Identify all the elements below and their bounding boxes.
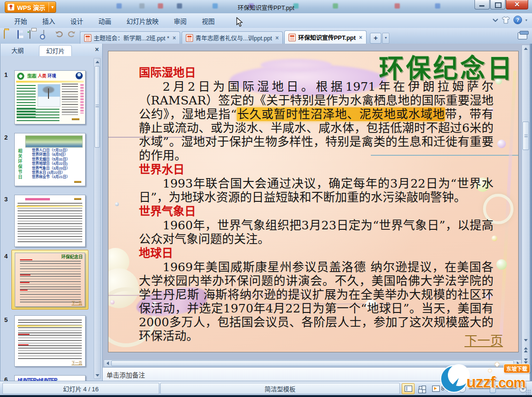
thumb-2-link [74, 181, 81, 183]
document-tab-strip: 主题班会：新学期...2班.ppt * × 青年志愿者礼仪与...训ppt.pp… [80, 30, 389, 44]
thumb-1-bottom-links [17, 109, 59, 122]
document-tab-1[interactable]: 主题班会：新学期...2班.ppt * × [80, 31, 180, 44]
document-tab-3-active[interactable]: 环保知识宣传PPT.ppt × [284, 30, 367, 44]
tab-outline[interactable]: 大纲 [5, 45, 30, 56]
thumb-3-link [74, 198, 81, 200]
thumb-2[interactable]: 相关环保节日 世界人口日（7月11日） 世界环境日（6月5日） 世界无烟日（5月… [14, 133, 86, 186]
thumb-1-vertical-pink-text [80, 84, 84, 113]
watermark-badge: 东坡下载 [503, 364, 530, 373]
slide-decoration [496, 259, 507, 270]
notes-placeholder[interactable]: 单击添加备注 [106, 370, 145, 379]
slide-panel: 大纲 幻灯片 × 1 生态 人类 环境 [0, 44, 103, 381]
thumb-3-band [17, 206, 83, 207]
thumb-3[interactable] [14, 195, 86, 247]
thumb-2-date: 世界气象日（3月23日） [32, 166, 70, 170]
thumb-5[interactable]: 下一页 [14, 315, 86, 367]
wps-app-label: WPS 演示 [17, 3, 45, 12]
panel-close-icon[interactable]: × [95, 46, 99, 53]
menu-item-insert[interactable]: 插入 [35, 14, 63, 28]
template-name: 简洁型模板 [160, 383, 400, 394]
maximize-button[interactable] [490, 0, 505, 9]
thumbnail-scrollbar-thumb[interactable] [95, 66, 100, 148]
ppt-file-icon [289, 34, 296, 41]
sparkle-icon [488, 369, 492, 372]
scroll-down-icon[interactable] [522, 337, 530, 344]
thumb-6[interactable]: HUNTER×HUNTER [14, 375, 86, 381]
vertical-scrollbar[interactable] [522, 45, 530, 376]
tab-slides[interactable]: 幻灯片 [39, 45, 72, 57]
menu-item-view[interactable]: 视图 [194, 14, 222, 28]
slide-heading-earth-day: 地球日 [139, 246, 493, 260]
document-tab-3-close-icon[interactable]: × [359, 34, 362, 41]
slide-paragraph: 1993年联合国大会通过决议，确定每年的3月22日为“世界水日”，为地球水资源的… [139, 177, 493, 204]
thumb-4-number: 4 [4, 253, 8, 260]
slideshow-icon [432, 386, 440, 392]
document-tab-3-label: 环保知识宣传PPT.ppt [298, 33, 356, 42]
wps-presentation-window: WPS 演示 ▾ 环保知识宣传PPT.ppt ✕ 开始 插入 设计 动画 幻灯片… [0, 0, 532, 397]
thumb-4-red-heading [20, 274, 30, 275]
menu-item-home[interactable]: 开始 [7, 14, 35, 28]
next-page-link[interactable]: 下一页 [464, 331, 503, 349]
wps-app-dropdown-icon[interactable]: ▾ [48, 2, 54, 12]
undo-button[interactable] [55, 31, 63, 38]
new-tab-dropdown-icon[interactable]: ▾ [382, 33, 389, 44]
thumb-2-date: 世界林业节（3月21日） [32, 175, 70, 179]
menu-item-review[interactable]: 审阅 [166, 14, 194, 28]
thumb-1-number: 1 [4, 71, 8, 78]
thumb-1[interactable]: 生态 人类 环境 [14, 70, 86, 124]
panel-tab-bar: 大纲 幻灯片 × [0, 44, 102, 57]
thumb-2-date: 世界地球日（4月22日) [32, 161, 70, 166]
open-button[interactable] [4, 30, 12, 39]
thumbnail-list: 1 生态 人类 环境 2 [0, 56, 102, 381]
normal-view-button[interactable] [402, 383, 415, 394]
thumb-4-next-link: 下一页 [72, 300, 83, 305]
uzzf-swoosh-icon [440, 364, 470, 394]
minimize-button[interactable] [474, 0, 490, 9]
ppt-file-icon [186, 34, 193, 42]
collapse-ribbon-icon[interactable] [493, 18, 498, 22]
scroll-left-icon[interactable] [104, 360, 111, 367]
wps-app-button[interactable]: WPS 演示 ▾ [5, 1, 56, 13]
thumb-3-number: 3 [4, 196, 8, 203]
menu-item-slideshow[interactable]: 幻灯片放映 [119, 14, 166, 28]
thumbnail-scroll-down-icon[interactable] [94, 372, 100, 378]
thumb-6-number: 6 [4, 376, 8, 381]
skin-theme-icon[interactable] [502, 16, 510, 24]
thumbnail-scroll-up-icon[interactable] [94, 58, 100, 65]
editing-area: 环保纪念日 国际湿地日 2月2日为国际湿地日。根据1971年在伊朗拉姆萨尔（RA… [103, 44, 530, 381]
slide-sorter-view-button[interactable] [416, 383, 428, 394]
eco-logo-icon [17, 73, 24, 80]
vertical-scrollbar-thumb[interactable] [522, 122, 529, 150]
print-preview-icon [43, 30, 44, 39]
document-tab-2[interactable]: 青年志愿者礼仪与...训ppt.ppt × [182, 31, 283, 44]
thumb-1-right-text [62, 84, 78, 117]
scroll-up-icon[interactable] [522, 45, 530, 52]
document-tab-1-close-icon[interactable]: × [173, 35, 176, 41]
slide-paragraph: 1960年，世界气象组织把3月23日定为“世界气象日”，以提高公众对气象问题的关… [139, 218, 493, 246]
close-button[interactable]: ✕ [506, 0, 528, 9]
print-preview-button[interactable] [42, 30, 51, 39]
previous-slide-button[interactable] [522, 346, 530, 353]
thumb-2-date: 世界无烟日（5月31日） [32, 157, 70, 161]
document-tab-2-close-icon[interactable]: × [275, 35, 279, 41]
close-icon: ✕ [506, 0, 528, 8]
thumb-5-band [17, 325, 83, 327]
uzzf-watermark: uzzf.com 东坡下载 [440, 363, 531, 396]
thumb-3-text [18, 203, 82, 244]
redo-button[interactable] [68, 31, 76, 38]
thumb-4-selected[interactable]: 环保纪念日 下一页 [11, 250, 88, 310]
new-tab-button[interactable]: + [370, 33, 381, 44]
switch-windows-icon[interactable] [518, 32, 527, 39]
thumbnail-scrollbar[interactable] [94, 58, 101, 379]
menu-item-animation[interactable]: 动画 [91, 14, 119, 28]
print-button[interactable] [29, 30, 38, 39]
slide-text-box[interactable]: 国际湿地日 2月2日为国际湿地日。根据1971年在伊朗拉姆萨尔（RAMSAR）签… [139, 66, 493, 343]
slide-canvas[interactable]: 环保纪念日 国际湿地日 2月2日为国际湿地日。根据1971年在伊朗拉姆萨尔（RA… [108, 51, 519, 352]
menu-item-design[interactable]: 设计 [63, 14, 91, 28]
highlighted-text: 长久或暂时性沼泽地、泥炭地或水域地 [237, 107, 445, 121]
help-dropdown-icon[interactable]: ▾ [525, 18, 527, 22]
thumb-4-title: 环保纪念日 [61, 254, 83, 260]
help-icon[interactable]: ? [513, 16, 522, 24]
save-button[interactable] [17, 30, 25, 39]
thumb-4-red-heading [20, 259, 32, 260]
